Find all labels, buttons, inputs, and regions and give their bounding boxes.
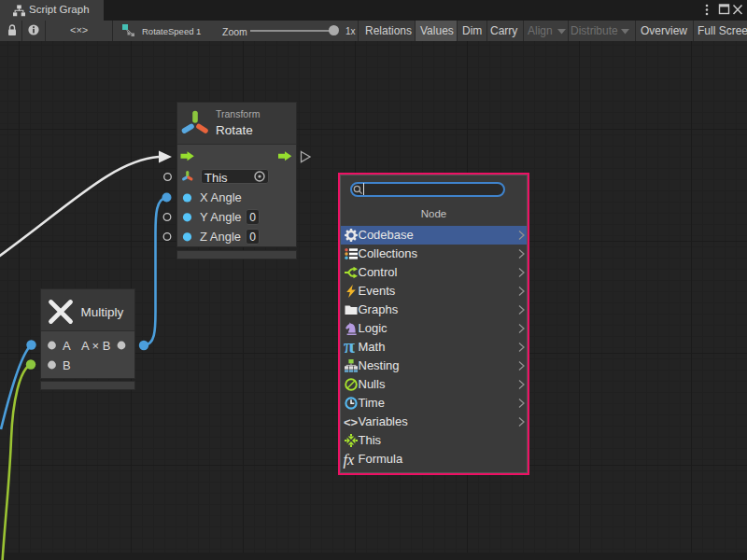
svg-text:π: π [344,334,355,357]
svg-text:<>: <> [344,415,359,429]
svg-text:fx: fx [344,451,356,469]
